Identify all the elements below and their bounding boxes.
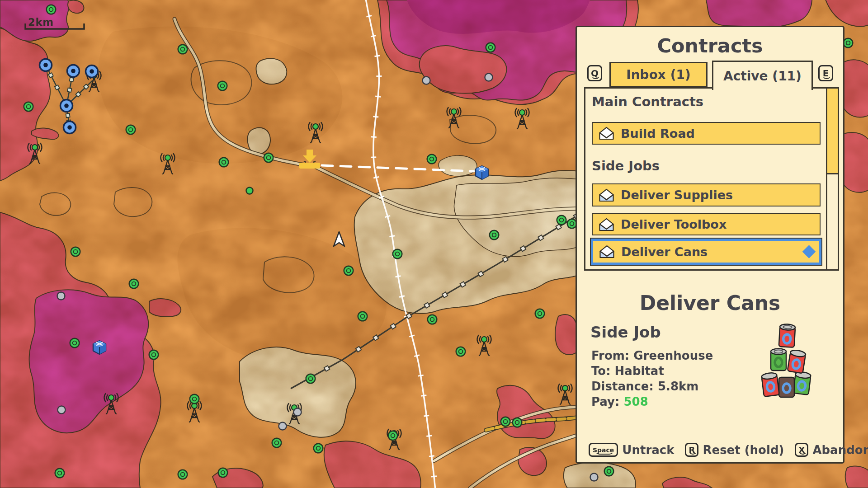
detail-to: To: Habitat: [591, 363, 713, 379]
contract-label: Deliver Cans: [621, 245, 708, 259]
outpost-marker-icon: [486, 42, 496, 53]
contract-label: Build Road: [621, 127, 695, 141]
outpost-marker-icon: [456, 347, 466, 357]
section-heading-side: Side Jobs: [592, 158, 660, 174]
map-scale-bar: [24, 22, 87, 36]
key-e-badge: E: [818, 65, 833, 81]
outpost-marker-icon: [604, 466, 614, 477]
outpost-marker-icon: [489, 230, 500, 240]
tracked-diamond-icon: [802, 245, 816, 258]
section-heading-main: Main Contracts: [592, 94, 703, 109]
contract-row-deliver-toolbox[interactable]: Deliver Toolbox: [592, 213, 821, 235]
contracts-panel: Contracts Q Inbox (1) Active (11) E Main…: [576, 26, 844, 464]
power-node-icon: [64, 122, 76, 134]
key-r-badge: R: [685, 443, 698, 457]
outpost-marker-icon: [427, 314, 438, 325]
tab-active[interactable]: Active (11): [712, 61, 813, 90]
outpost-dot-icon: [246, 188, 253, 194]
key-x-badge: X: [795, 443, 808, 457]
detail-title: Deliver Cans: [577, 291, 843, 314]
detail-fields: From: Greenhouse To: Habitat Distance: 5…: [591, 348, 713, 409]
outpost-marker-icon: [306, 374, 316, 384]
outpost-marker-icon: [388, 431, 398, 441]
inactive-site-icon: [58, 406, 66, 414]
envelope-icon: [599, 244, 615, 259]
tab-bar: Q Inbox (1) Active (11) E: [577, 61, 843, 89]
hint-abandon[interactable]: X Abandon (hold): [795, 443, 868, 457]
scrollbar-thumb[interactable]: [827, 89, 838, 174]
inactive-site-icon: [423, 77, 430, 84]
outpost-marker-icon: [344, 266, 354, 276]
outpost-marker-icon: [149, 350, 159, 360]
outpost-marker-icon: [427, 154, 437, 164]
power-node-icon: [67, 65, 80, 77]
outpost-marker-icon: [70, 338, 80, 348]
power-node-icon: [40, 59, 52, 71]
detail-distance: Distance: 5.8km: [591, 379, 713, 394]
inactive-site-icon: [57, 292, 65, 300]
inactive-site-icon: [485, 74, 493, 81]
outpost-marker-icon: [557, 215, 567, 225]
contract-label: Deliver Supplies: [621, 188, 733, 202]
panel-title: Contracts: [577, 34, 843, 57]
outpost-marker-icon: [24, 102, 34, 112]
outpost-marker-icon: [358, 311, 368, 322]
hint-reset[interactable]: R Reset (hold): [685, 443, 784, 457]
package-cube-icon: [476, 166, 488, 179]
outpost-marker-icon: [189, 394, 200, 404]
detail-subtitle: Side Job: [590, 323, 661, 341]
key-q-badge: Q: [587, 65, 602, 81]
outpost-marker-icon: [535, 309, 545, 319]
envelope-icon: [598, 126, 615, 141]
tab-inbox[interactable]: Inbox (1): [609, 62, 708, 87]
outpost-marker-icon: [46, 5, 57, 15]
outpost-marker-icon: [392, 249, 403, 259]
package-cube-icon: [93, 341, 106, 354]
envelope-icon: [598, 217, 615, 232]
outpost-marker-icon: [126, 125, 136, 135]
outpost-marker-icon: [217, 81, 228, 91]
outpost-marker-icon: [71, 247, 81, 257]
outpost-marker-icon: [178, 44, 188, 55]
envelope-icon: [598, 188, 615, 202]
cans-stack-illustration: [757, 321, 818, 418]
outpost-marker-icon: [178, 469, 188, 480]
footer-hints: Space Untrack R Reset (hold) X Abandon (…: [589, 443, 836, 457]
outpost-marker-icon: [313, 443, 324, 454]
outpost-marker-icon: [272, 438, 282, 448]
game-screen: 2km Contracts Q Inbox (1) Active (11) E …: [0, 0, 868, 488]
outpost-marker-icon: [218, 468, 228, 478]
inactive-site-icon: [590, 474, 598, 481]
contract-row-deliver-cans-selected[interactable]: Deliver Cans: [591, 239, 821, 265]
power-node-icon: [61, 100, 73, 112]
contract-row-deliver-supplies[interactable]: Deliver Supplies: [592, 183, 821, 206]
inactive-site-icon: [279, 422, 287, 430]
outpost-marker-icon: [512, 418, 523, 428]
detail-pay: Pay: 508: [591, 394, 713, 409]
outpost-marker-icon: [219, 157, 229, 168]
list-scrollbar[interactable]: [826, 89, 838, 269]
inactive-site-icon: [294, 408, 302, 416]
outpost-marker-icon: [500, 417, 511, 427]
detail-from: From: Greenhouse: [591, 348, 713, 363]
contract-label: Deliver Toolbox: [621, 217, 726, 231]
outpost-marker-icon: [55, 468, 65, 479]
pay-amount: 508: [624, 395, 648, 408]
outpost-marker-icon: [264, 153, 274, 163]
key-space-badge: Space: [589, 443, 618, 457]
contract-list: Main Contracts Build Road Side Jobs Deli…: [584, 87, 839, 271]
power-node-icon: [86, 66, 98, 78]
hint-untrack[interactable]: Space Untrack: [589, 443, 674, 457]
contract-row-build-road[interactable]: Build Road: [592, 122, 821, 145]
outpost-marker-icon: [129, 279, 139, 289]
